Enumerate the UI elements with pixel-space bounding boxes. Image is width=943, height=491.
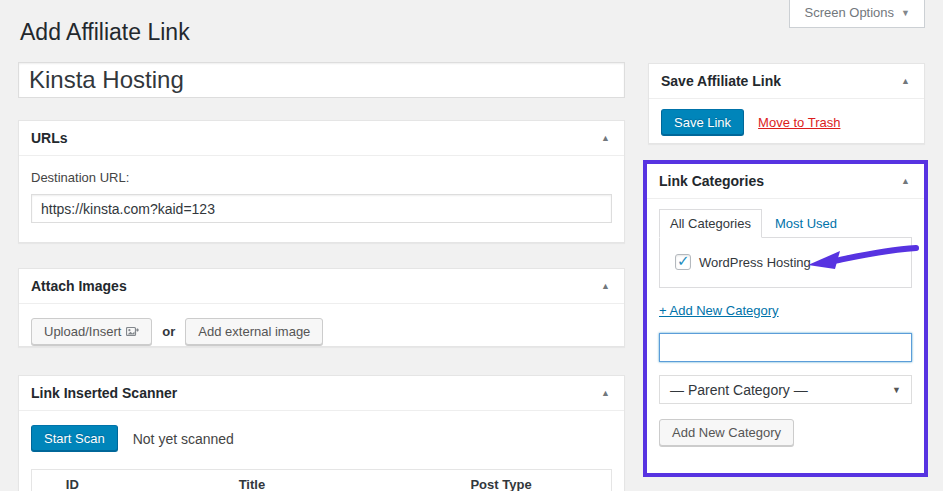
link-inserted-scanner-metabox: Link Inserted Scanner ▲ Start Scan Not y… bbox=[18, 375, 625, 491]
chevron-down-icon: ▼ bbox=[901, 8, 910, 18]
link-title-input[interactable] bbox=[18, 62, 625, 98]
new-category-name-input[interactable] bbox=[659, 333, 912, 362]
collapse-icon[interactable]: ▲ bbox=[899, 176, 912, 186]
urls-metabox-title: URLs bbox=[31, 130, 68, 146]
screen-options-button[interactable]: Screen Options ▼ bbox=[789, 0, 925, 28]
category-list-item: ✓ WordPress Hosting bbox=[670, 254, 901, 270]
link-categories-metabox: Link Categories ▲ All Categories Most Us… bbox=[647, 164, 924, 473]
checkmark-icon: ✓ bbox=[677, 252, 690, 270]
start-scan-button[interactable]: Start Scan bbox=[31, 425, 118, 452]
tab-most-used[interactable]: Most Used bbox=[762, 210, 850, 238]
save-metabox-header: Save Affiliate Link ▲ bbox=[649, 64, 924, 99]
scan-table-header-row: ID Title Post Type bbox=[32, 470, 612, 491]
save-metabox-title: Save Affiliate Link bbox=[661, 73, 781, 89]
urls-metabox-header: URLs ▲ bbox=[19, 121, 624, 156]
scanner-metabox-title: Link Inserted Scanner bbox=[31, 385, 177, 401]
screen-options-label: Screen Options bbox=[804, 5, 894, 20]
destination-url-input[interactable] bbox=[31, 194, 612, 223]
tab-all-categories[interactable]: All Categories bbox=[659, 209, 762, 238]
wp-admin-add-affiliate-link-page: Screen Options ▼ Add Affiliate Link URLs… bbox=[0, 0, 943, 491]
scan-table-header-post-type: Post Type bbox=[391, 470, 611, 491]
parent-category-selected-value: — Parent Category — bbox=[670, 382, 808, 398]
collapse-icon[interactable]: ▲ bbox=[899, 76, 912, 86]
collapse-icon[interactable]: ▲ bbox=[599, 281, 612, 291]
upload-insert-label: Upload/Insert bbox=[44, 324, 121, 339]
attach-images-metabox-header: Attach Images ▲ bbox=[19, 269, 624, 304]
category-checkbox[interactable]: ✓ bbox=[675, 254, 691, 270]
add-media-icon bbox=[126, 326, 139, 338]
link-categories-highlight-frame: Link Categories ▲ All Categories Most Us… bbox=[643, 160, 928, 477]
add-new-category-button[interactable]: Add New Category bbox=[659, 419, 794, 446]
add-new-category-toggle-link[interactable]: + Add New Category bbox=[659, 303, 779, 318]
categories-metabox-header: Link Categories ▲ bbox=[647, 164, 924, 199]
destination-url-label: Destination URL: bbox=[31, 170, 612, 185]
scan-table-header-id: ID bbox=[32, 470, 113, 491]
attach-images-metabox-title: Attach Images bbox=[31, 278, 127, 294]
categories-metabox-title: Link Categories bbox=[659, 173, 764, 189]
parent-category-select[interactable]: — Parent Category — ▼ bbox=[659, 375, 912, 404]
attach-images-metabox: Attach Images ▲ Upload/Insert or Add ext… bbox=[18, 268, 625, 347]
category-checklist: ✓ WordPress Hosting bbox=[659, 237, 912, 288]
scan-results-table: ID Title Post Type bbox=[31, 469, 612, 491]
move-to-trash-link[interactable]: Move to Trash bbox=[758, 115, 840, 130]
scan-status-text: Not yet scanned bbox=[133, 431, 234, 447]
upload-insert-button[interactable]: Upload/Insert bbox=[31, 318, 152, 345]
collapse-icon[interactable]: ▲ bbox=[599, 133, 612, 143]
chevron-down-icon: ▼ bbox=[892, 385, 901, 395]
scan-table-header-title: Title bbox=[113, 470, 391, 491]
scanner-metabox-header: Link Inserted Scanner ▲ bbox=[19, 376, 624, 411]
or-label: or bbox=[162, 324, 175, 339]
save-affiliate-link-metabox: Save Affiliate Link ▲ Save Link Move to … bbox=[648, 63, 925, 144]
category-label: WordPress Hosting bbox=[699, 255, 811, 270]
save-link-button[interactable]: Save Link bbox=[661, 109, 744, 136]
category-tabs: All Categories Most Used bbox=[659, 209, 912, 238]
urls-metabox: URLs ▲ Destination URL: bbox=[18, 120, 625, 243]
page-title: Add Affiliate Link bbox=[20, 18, 190, 47]
add-external-image-button[interactable]: Add external image bbox=[185, 318, 323, 345]
collapse-icon[interactable]: ▲ bbox=[599, 388, 612, 398]
